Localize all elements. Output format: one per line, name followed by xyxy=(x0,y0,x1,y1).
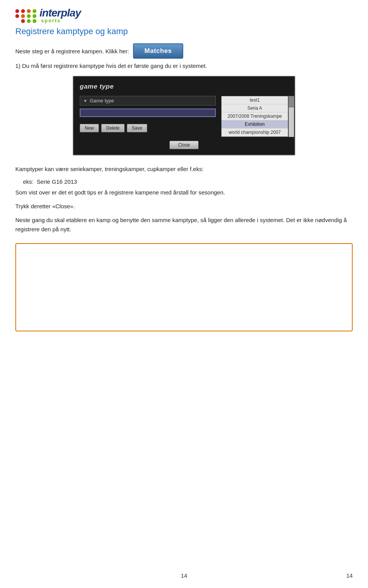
dot-red-2 xyxy=(21,9,25,13)
step1-text: 1) Du må først registrere kamptype hvis … xyxy=(15,63,353,69)
intro-text: Neste steg er å registrere kampen. Klikk… xyxy=(15,48,129,54)
close-button[interactable]: Close xyxy=(169,141,199,149)
list-item-world-championship[interactable]: world championship 2007 xyxy=(222,128,288,137)
logo-text: interplay sports xyxy=(39,8,81,23)
trykk-text: Trykk deretter «Close». xyxy=(15,202,353,211)
logo-dots xyxy=(15,9,37,23)
gametype-input-field[interactable] xyxy=(80,109,216,117)
list-item-exhibition[interactable]: Exhibition xyxy=(222,120,288,128)
dialog-right-panel: test1 Seria A 2007/2008 Treningskampe Ex… xyxy=(221,96,288,137)
dot-green-2 xyxy=(27,14,31,18)
dot-red-4 xyxy=(21,19,25,23)
dot-green-3 xyxy=(33,14,36,18)
dialog-action-buttons: New Delete Save xyxy=(80,124,216,132)
dot-green-4 xyxy=(27,19,31,23)
new-button[interactable]: New xyxy=(80,124,99,132)
list-item-test1[interactable]: test1 xyxy=(222,96,288,104)
page-number-right: 14 xyxy=(346,572,353,579)
matches-button[interactable]: Matches xyxy=(133,43,184,59)
logo-interplay: interplay xyxy=(39,8,81,18)
example-label-text: eks: xyxy=(23,178,34,185)
gametype-dropdown[interactable]: ▼ Game type xyxy=(80,96,216,105)
orange-content-box xyxy=(15,243,353,331)
dialog-title: game type xyxy=(80,83,288,91)
gametype-list: test1 Seria A 2007/2008 Treningskampe Ex… xyxy=(221,96,288,137)
delete-button[interactable]: Delete xyxy=(101,124,125,132)
example-label: eks: Serie G16 2013 xyxy=(23,178,353,185)
logo-area: interplay sports xyxy=(15,8,353,23)
kamptyper-text: Kamptyper kan være seriekamper, trenings… xyxy=(15,165,353,174)
tips-text: Som vist over er det et godt tips er å r… xyxy=(15,188,353,197)
intro-line: Neste steg er å registrere kampen. Klikk… xyxy=(15,43,353,59)
save-button[interactable]: Save xyxy=(127,124,147,132)
dot-empty-1 xyxy=(15,19,19,23)
logo-sports: sports xyxy=(41,18,81,23)
scrollbar-thumb[interactable] xyxy=(289,96,294,107)
dropdown-arrow-icon: ▼ xyxy=(83,99,87,103)
dot-orange-1 xyxy=(27,9,31,13)
dot-red-3 xyxy=(15,14,19,18)
page-title: Registrere kamptype og kamp xyxy=(15,26,353,36)
dot-red-1 xyxy=(15,9,19,13)
dot-green-1 xyxy=(33,9,36,13)
list-item-seria-a[interactable]: Seria A xyxy=(222,104,288,112)
dialog-left-panel: ▼ Game type New Delete Save xyxy=(80,96,216,137)
page-number-center: 14 xyxy=(181,572,187,579)
close-button-wrap: Close xyxy=(80,141,288,149)
game-type-dialog: game type ▼ Game type New Delete Save te… xyxy=(73,76,295,155)
dot-green-5 xyxy=(33,19,36,23)
dot-orange-2 xyxy=(21,14,25,18)
neste-text: Neste gang du skal etablere en kamp og b… xyxy=(15,216,353,234)
example-value-text: Serie G16 2013 xyxy=(37,178,77,185)
scrollbar-track[interactable] xyxy=(289,96,294,137)
list-item-treningskampe[interactable]: 2007/2008 Treningskampe xyxy=(222,112,288,120)
dialog-body: ▼ Game type New Delete Save test1 Seria … xyxy=(80,96,288,137)
dropdown-label: Game type xyxy=(90,98,114,104)
